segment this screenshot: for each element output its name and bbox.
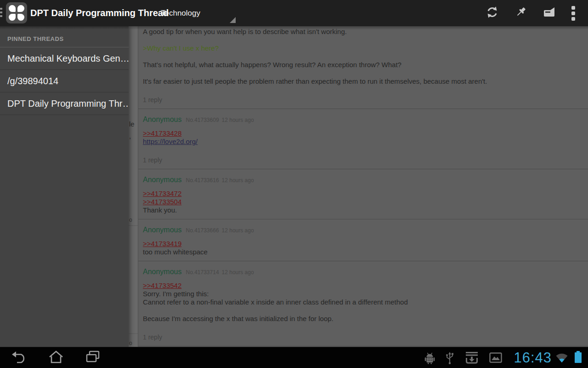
home-button[interactable]: [41, 347, 71, 368]
pin-icon: [514, 6, 527, 20]
back-button[interactable]: [5, 347, 34, 368]
quote-link[interactable]: >>41733428: [143, 129, 181, 138]
post-text: too much whitespace: [143, 248, 582, 256]
post: Anonymous No.41733616 12 hours ago >>417…: [138, 169, 588, 219]
system-clock: 16:43: [514, 350, 552, 366]
navigation-drawer: PINNED THREADS Mechanical Keyboards Gen……: [0, 26, 129, 347]
drawer-menu-icon[interactable]: [0, 6, 2, 21]
poster-name: Anonymous: [143, 115, 182, 124]
thread-view: A good tip for when you want help is to …: [138, 26, 588, 347]
battery-icon: [575, 352, 582, 363]
post-text: That's not helpful, what actually happen…: [143, 61, 582, 69]
pinned-thread-item[interactable]: Mechanical Keyboards Gen…: [0, 47, 129, 70]
poster-name: Anonymous: [143, 226, 182, 234]
post-header: Anonymous No.41733714 12 hours ago: [143, 268, 582, 276]
cutoff-text-fragment: o: [129, 339, 132, 347]
reply-count-link[interactable]: 1 reply: [143, 156, 582, 164]
post-header: Anonymous No.41733609 12 hours ago: [143, 115, 582, 124]
cutoff-text-fragment: o: [129, 216, 132, 224]
post-header: Anonymous No.41733666 12 hours ago: [143, 226, 582, 234]
pinned-thread-item[interactable]: DPT Daily Programming Thr…: [0, 92, 129, 115]
recents-button[interactable]: [78, 347, 107, 368]
quote-link[interactable]: >>41733419: [143, 240, 181, 248]
post-text: Cannot refer to a non-final variable x i…: [143, 298, 582, 306]
cutoff-text-fragment: le: [129, 121, 135, 128]
greentext-line: >Why can't I use x here?: [143, 44, 582, 52]
post-text: Because I'm accessing the x that was ini…: [143, 315, 582, 323]
refresh-icon: [486, 6, 498, 20]
post-timestamp: 12 hours ago: [222, 117, 254, 123]
post-timestamp: 12 hours ago: [222, 177, 254, 184]
cutoff-text-fragment: ,: [129, 132, 131, 140]
post-number: No.41733616: [186, 177, 219, 184]
post-text: It's far easier to just tell people the …: [143, 77, 582, 86]
reply-count-link[interactable]: 1 reply: [143, 96, 582, 104]
reply-icon: [542, 7, 556, 19]
post: Anonymous No.41733666 12 hours ago >>417…: [138, 219, 588, 261]
board-selector-label: Technology: [161, 2, 200, 24]
status-tray[interactable]: 16:43: [419, 347, 583, 368]
divider: [129, 225, 138, 226]
screenshot-image-icon: [489, 352, 502, 363]
system-navigation-bar: 16:43: [0, 347, 588, 368]
reply-button[interactable]: [535, 0, 563, 26]
spinner-caret-icon: [230, 17, 236, 23]
post: A good tip for when you want help is to …: [138, 26, 588, 109]
usb-icon: [445, 351, 454, 364]
wifi-icon: [555, 352, 568, 363]
post-timestamp: 12 hours ago: [222, 269, 254, 276]
post-timestamp: 12 hours ago: [222, 227, 254, 234]
post-number: No.41733714: [186, 269, 219, 276]
pinned-threads-header: PINNED THREADS: [0, 26, 129, 47]
action-bar-buttons: [478, 0, 583, 26]
post: Anonymous No.41733609 12 hours ago >>417…: [138, 109, 588, 169]
poster-name: Anonymous: [143, 176, 182, 184]
refresh-button[interactable]: [478, 0, 506, 26]
pin-thread-button[interactable]: [506, 0, 535, 26]
overflow-menu-icon: [571, 6, 575, 21]
download-icon: [464, 351, 479, 364]
app-screen: le , o o A good tip for when you want he…: [0, 0, 588, 368]
post-number: No.41733609: [186, 117, 219, 123]
back-icon: [11, 351, 27, 365]
reply-count-link[interactable]: 1 reply: [143, 334, 582, 341]
thread-title: DPT Daily Programming Thread: [30, 0, 169, 26]
poster-name: Anonymous: [143, 268, 182, 276]
quote-link[interactable]: >>41733504: [143, 198, 181, 206]
overflow-menu-button[interactable]: [563, 0, 583, 26]
thread-list-pane-edge: le , o o: [129, 26, 138, 347]
android-debug-icon: [424, 351, 435, 364]
post-number: No.41733666: [186, 227, 219, 234]
action-bar: DPT Daily Programming Thread Technology: [0, 0, 588, 26]
app-logo-clover-icon[interactable]: [6, 2, 27, 23]
divider: [129, 334, 138, 334]
quote-link[interactable]: >>41733542: [143, 282, 181, 290]
home-icon: [49, 351, 63, 365]
post-text: Thank you.: [143, 206, 582, 214]
post: Anonymous No.41733714 12 hours ago >>417…: [138, 261, 588, 346]
post-header: Anonymous No.41733616 12 hours ago: [143, 176, 582, 184]
post-text: Sorry. I'm getting this:: [143, 290, 582, 298]
recents-icon: [85, 351, 100, 365]
board-selector-spinner[interactable]: Technology: [154, 2, 237, 24]
web-link[interactable]: https://love2d.org/: [143, 138, 198, 146]
quote-link[interactable]: >>41733472: [143, 190, 181, 198]
pinned-thread-item[interactable]: /g/39894014: [0, 70, 129, 92]
post-text: A good tip for when you want help is to …: [143, 28, 582, 36]
